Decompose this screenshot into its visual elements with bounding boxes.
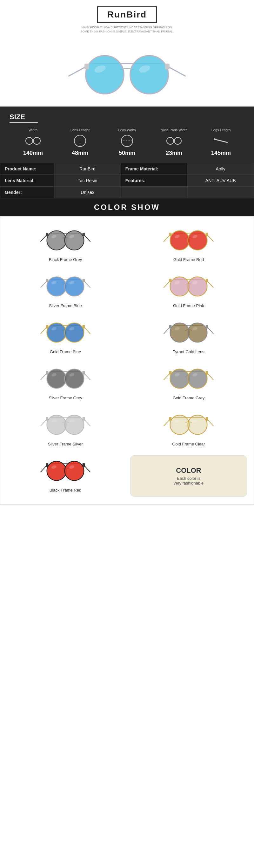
size-icon-legs (197, 134, 245, 147)
svg-rect-96 (82, 371, 85, 375)
size-value-nose-pads: 23mm (150, 150, 197, 156)
svg-rect-140 (82, 463, 85, 467)
svg-rect-62 (169, 279, 172, 282)
color-item-black-frame-red: Black Frame Red (5, 452, 125, 499)
spec-empty-1 (121, 187, 187, 198)
color-item-gold-frame-grey: Gold Frame Grey (129, 360, 249, 403)
svg-rect-84 (169, 325, 172, 329)
color-item-black-frame-grey: Black Frame Grey (5, 222, 125, 265)
color-item-label-black-frame-grey: Black Frame Grey (7, 257, 124, 262)
size-icon-lens-width (104, 134, 150, 147)
svg-rect-8 (165, 64, 170, 69)
brand-tagline: MANY PEOPLE HAVA DIFFERENT UNDERSTANDING… (0, 25, 254, 33)
specs-row-3: Gender: Unisex (0, 187, 254, 198)
glasses-svg-gold-frame-grey (163, 363, 214, 392)
spec-value-product-name: RunBird (54, 163, 121, 175)
glasses-svg-gold-frame-clear (163, 409, 214, 438)
size-item-nose-pads: Nose Pads Width 23mm (150, 128, 197, 156)
color-item-color-info: COLOR Each color isvery fashionable (129, 452, 249, 499)
glasses-svg-black-frame-grey (40, 225, 91, 253)
size-item-legs: Legs Length 145mm (197, 128, 245, 156)
glasses-svg-gold-frame-pink (163, 271, 214, 300)
color-item-silver-frame-silver: Silver Frame Silver (5, 406, 125, 449)
svg-line-6 (168, 67, 186, 76)
size-label-lens-length: Lens Lenght (57, 128, 104, 132)
svg-point-21 (214, 138, 216, 140)
svg-point-12 (33, 137, 40, 144)
color-item-silver-frame-blue: Silver Frame Blue (5, 268, 125, 311)
spec-label-gender: Gender: (0, 187, 54, 198)
size-icon-width (9, 134, 57, 147)
svg-rect-7 (84, 64, 89, 69)
size-value-legs: 145mm (197, 150, 245, 156)
specs-table: Product Name: RunBird Frame Material: Ao… (0, 163, 254, 198)
size-title: SIZE (9, 113, 38, 123)
size-items: Width 140mm Lens Lenght 48mm Lens W (9, 128, 245, 156)
spec-label-product-name: Product Name: (0, 163, 54, 175)
spec-label-lens-material: Lens Material: (0, 175, 54, 187)
color-show-header: COLOR SHOW (0, 198, 254, 216)
specs-row-1: Product Name: RunBird Frame Material: Ao… (0, 163, 254, 175)
size-value-lens-length: 48mm (57, 150, 104, 156)
size-value-width: 140mm (9, 150, 57, 156)
svg-line-5 (68, 67, 86, 76)
color-item-label-silver-frame-grey: Silver Frame Grey (7, 396, 124, 400)
hero-section (0, 37, 254, 106)
size-icon-lens-length (57, 134, 104, 147)
svg-rect-73 (46, 325, 48, 329)
hero-sunglasses-image (67, 46, 187, 97)
size-label-width: Width (9, 128, 57, 132)
svg-rect-41 (206, 233, 208, 236)
svg-rect-63 (206, 279, 208, 282)
size-label-legs: Legs Length (197, 128, 245, 132)
glasses-svg-silver-frame-silver (40, 409, 91, 438)
color-item-label-gold-frame-clear: Gold Frame Clear (130, 442, 247, 446)
color-item-label-gold-frame-pink: Gold Frame Pink (130, 303, 247, 308)
size-item-lens-length: Lens Lenght 48mm (57, 128, 104, 156)
spec-value-lens-material: Tac Resin (54, 175, 121, 187)
spec-value-gender: Unisex (54, 187, 121, 198)
svg-point-11 (26, 137, 33, 144)
spec-value-frame-material: Aolly (187, 163, 254, 175)
svg-rect-107 (206, 371, 208, 375)
color-item-label-silver-frame-silver: Silver Frame Silver (7, 442, 124, 446)
size-item-lens-width: Lens Width 50mm (104, 128, 150, 156)
header-section: RunBird MANY PEOPLE HAVA DIFFERENT UNDER… (0, 0, 254, 37)
glasses-svg-gold-frame-red (163, 225, 214, 253)
svg-point-19 (174, 137, 181, 144)
size-section: SIZE Width 140mm Lens Lenght 48mm (0, 106, 254, 163)
color-item-gold-frame-clear: Gold Frame Clear (129, 406, 249, 449)
svg-rect-118 (82, 417, 85, 421)
color-item-gold-frame-blue: Gold Frame Blue (5, 314, 125, 357)
color-item-label-gold-frame-red: Gold Frame Red (130, 257, 247, 262)
glasses-svg-silver-frame-blue (40, 271, 91, 300)
color-item-gold-frame-pink: Gold Frame Pink (129, 268, 249, 311)
spec-label-features: Features: (121, 175, 187, 187)
color-info-title: COLOR (176, 466, 201, 475)
color-item-tyrant-gold-lens: Tyrant Gold Lens (129, 314, 249, 357)
color-show-title: COLOR SHOW (94, 203, 160, 211)
svg-rect-40 (169, 233, 172, 236)
size-label-nose-pads: Nose Pads Width (150, 128, 197, 132)
specs-row-2: Lens Material: Tac Resin Features: ANTI … (0, 175, 254, 187)
svg-rect-51 (46, 279, 48, 282)
color-info-box: COLOR Each color isvery fashionable (130, 455, 247, 497)
size-label-lens-width: Lens Width (104, 128, 150, 132)
size-icon-nose-pads (150, 134, 197, 147)
color-item-label-tyrant-gold-lens: Tyrant Gold Lens (130, 349, 247, 354)
color-info-subtitle: Each color isvery fashionable (174, 476, 204, 486)
size-value-lens-width: 50mm (104, 150, 150, 156)
svg-rect-74 (82, 325, 85, 329)
svg-rect-30 (82, 233, 85, 236)
svg-rect-95 (46, 371, 48, 375)
glasses-svg-tyrant-gold-lens (163, 317, 214, 346)
svg-rect-29 (46, 233, 48, 236)
color-item-gold-frame-red: Gold Frame Red (129, 222, 249, 265)
color-item-silver-frame-grey: Silver Frame Grey (5, 360, 125, 403)
svg-rect-106 (169, 371, 172, 375)
size-item-width: Width 140mm (9, 128, 57, 156)
svg-rect-85 (206, 325, 208, 329)
svg-rect-129 (206, 417, 208, 421)
svg-rect-128 (169, 417, 172, 421)
glasses-svg-silver-frame-grey (40, 363, 91, 392)
